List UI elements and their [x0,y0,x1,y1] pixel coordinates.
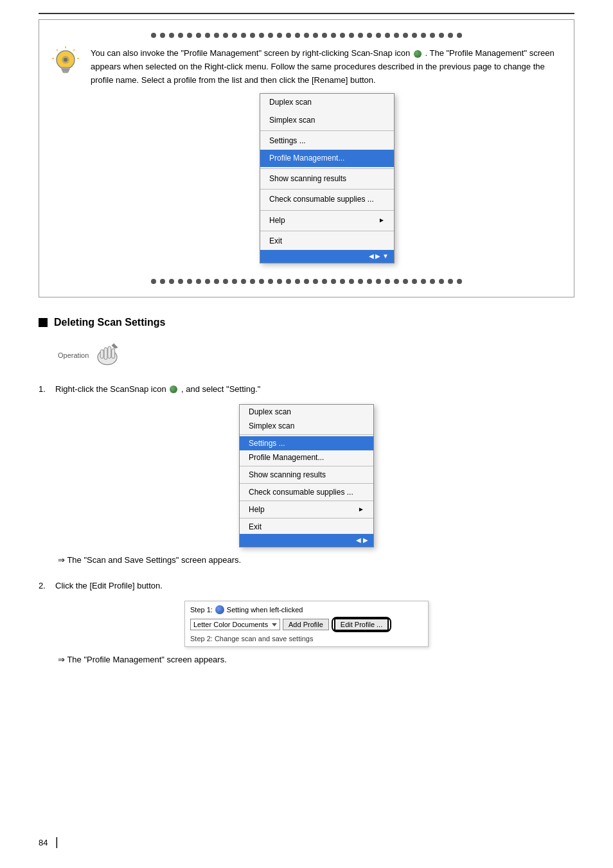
svg-rect-3 [63,71,68,73]
dot [196,33,201,38]
cm-item-consumable-s1: Check consumable supplies ... [240,485,373,499]
dot [448,33,453,38]
step2: 2. Click the [Edit Profile] button. Step… [39,580,574,647]
operation-hand-icon [91,341,123,370]
edit-profile-highlight: Edit Profile ... [332,617,391,632]
dot [367,279,372,284]
dot [385,279,390,284]
scansnap-ball-icon [414,50,422,58]
section-heading-square-icon [39,318,48,327]
svg-rect-13 [108,346,111,358]
cm-sep-2-s1 [240,466,373,466]
cm-item-simplex-s1: Simplex scan [240,419,373,433]
dot [403,279,408,284]
step2-row3: Step 2: Change scan and save settings [190,635,423,642]
help-arrow-top: ► [378,215,385,226]
lightbulb-icon [49,46,82,81]
context-menu-top: Duplex scan Simplex scan Settings ... Pr… [260,93,395,263]
step2-step1-label: Step 1: [190,606,213,614]
dot [340,33,345,38]
dot [169,279,174,284]
cm-item-help-s1: Help ► [240,502,373,517]
dot [178,279,183,284]
cm-item-consumable-top: Check consumable supplies ... [260,191,394,208]
step1: 1. Right-click the ScanSnap icon , and s… [39,383,574,547]
step2-text: 2. Click the [Edit Profile] button. [39,580,574,593]
cm-item-exit-top: Exit [260,233,394,250]
dot [448,279,453,284]
dot [151,279,156,284]
cm-item-simplex-top: Simplex scan [260,112,394,129]
dot [304,279,309,284]
dot [232,279,237,284]
context-menu-step1: Duplex scan Simplex scan Settings ... Pr… [239,404,374,547]
dot [403,33,408,38]
dot [358,279,363,284]
dot [439,279,444,284]
dot [169,33,174,38]
step2-screenshot-wrapper: Step 1: Setting when left-clicked Letter… [39,601,574,647]
section-heading-text: Deleting Scan Settings [54,317,165,328]
profile-dropdown[interactable]: Letter Color Documents [190,619,280,630]
dot [331,33,336,38]
cm-sep-5-s1 [240,518,373,518]
svg-point-10 [64,58,67,62]
svg-rect-15 [100,350,103,358]
dot [439,33,444,38]
dot [340,279,345,284]
cm-footer-icon-s1: ◀ ▶ [356,536,368,544]
help-arrow-s1: ► [358,506,364,513]
step1-result: ⇒ The "Scan and Save Settings" screen ap… [58,554,574,567]
dot [277,33,282,38]
dot [259,33,264,38]
dot [241,33,246,38]
cm-footer-s1: ◀ ▶ [240,534,373,547]
section-heading: Deleting Scan Settings [39,317,574,328]
dot [313,279,318,284]
cm-item-profile-mgmt-top[interactable]: Profile Management... [260,150,394,167]
step2-instruction: Click the [Edit Profile] button. [55,580,163,593]
dot [376,33,381,38]
dot [421,33,426,38]
top-border [39,13,574,14]
step2-result: ⇒ The "Profile Management" screen appear… [58,653,574,667]
step1-result-text: ⇒ The "Scan and Save Settings" screen ap… [58,555,241,565]
cm-item-duplex-s1: Duplex scan [240,405,373,419]
cm-separator-1-top [260,130,394,131]
edit-profile-button[interactable]: Edit Profile ... [334,618,389,631]
dot [412,33,417,38]
cm-footer-top: ◀ ▶ ▼ [260,250,394,263]
dot [385,33,390,38]
cm-item-profile-s1: Profile Management... [240,450,373,465]
step2-number: 2. [39,580,51,593]
dot [304,33,309,38]
dot [457,279,462,284]
svg-marker-16 [112,343,118,348]
dot [376,279,381,284]
cm-sep-4-s1 [240,500,373,501]
step1-number: 1. [39,383,51,396]
dot [160,33,165,38]
step2-row2: Letter Color Documents Add Profile Edit … [190,617,423,632]
step2-setting-label: Setting when left-clicked [227,606,303,614]
step2-change-label: Step 2: Change scan and save settings [190,635,313,642]
dot [421,279,426,284]
page-number-area: 84 | [39,835,64,849]
dot [268,33,273,38]
svg-rect-12 [104,348,107,359]
dot [394,279,399,284]
dot [322,279,327,284]
dot [223,279,228,284]
cm-item-help-top: Help ► [260,212,394,229]
cm-item-duplex-top: Duplex scan [260,94,394,111]
dot [322,33,327,38]
dropdown-arrow-icon [272,623,277,626]
dot [412,279,417,284]
cm-item-settings-s1[interactable]: Settings ... [240,436,373,450]
cm-sep-1-s1 [240,434,373,435]
tip-intro: You can also invoke the "Profile Managem… [91,48,410,58]
add-profile-button[interactable]: Add Profile [283,619,329,630]
cm-footer-icon-top: ◀ ▶ ▼ [369,251,389,261]
dot [160,279,165,284]
dot [286,33,291,38]
